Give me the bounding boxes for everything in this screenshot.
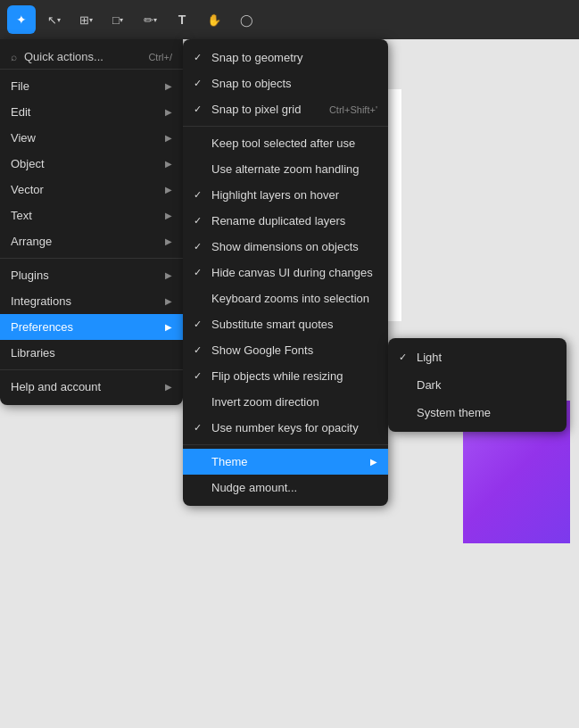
- text-icon: T: [178, 12, 186, 27]
- menu-item-integrations[interactable]: Integrations ▶: [0, 288, 183, 314]
- pref-theme[interactable]: Theme ▶: [183, 449, 388, 475]
- hand-icon: ✋: [207, 13, 221, 27]
- theme-dark[interactable]: Dark: [388, 371, 567, 399]
- prefs-separator-1: [183, 126, 388, 127]
- pref-snap-pixel[interactable]: ✓ Snap to pixel grid Ctrl+Shift+': [183, 96, 388, 122]
- chevron-down-icon: ▾: [57, 16, 61, 24]
- check-icon: ✓: [194, 103, 202, 115]
- pref-highlight-layers[interactable]: ✓ Highlight layers on hover: [183, 182, 388, 208]
- menu-item-view[interactable]: View ▶: [0, 125, 183, 151]
- quick-actions-label: Quick actions...: [24, 50, 141, 63]
- theme-system[interactable]: System theme: [388, 399, 567, 426]
- pref-hide-canvas-ui[interactable]: ✓ Hide canvas UI during changes: [183, 260, 388, 285]
- menu-item-libraries[interactable]: Libraries: [0, 340, 183, 366]
- pref-keyboard-zoom[interactable]: Keyboard zooms into selection: [183, 285, 388, 311]
- pen-icon: ✏: [144, 13, 153, 27]
- select-tool-button[interactable]: ↖ ▾: [39, 5, 68, 34]
- text-tool-button[interactable]: T: [168, 5, 196, 34]
- pref-invert-zoom[interactable]: Invert zoom direction: [183, 389, 388, 415]
- menu-item-help[interactable]: Help and account ▶: [0, 374, 183, 400]
- menu-item-text[interactable]: Text ▶: [0, 203, 183, 228]
- arrow-icon: ▶: [165, 296, 172, 306]
- prefs-separator-2: [183, 444, 388, 445]
- check-icon: ✓: [194, 267, 202, 278]
- menu-item-preferences[interactable]: Preferences ▶: [0, 314, 183, 340]
- search-icon: ⌕: [11, 51, 17, 63]
- check-icon: ✓: [194, 78, 202, 89]
- arrow-icon: ▶: [165, 236, 172, 246]
- toolbar: ✦ ↖ ▾ ⊞ ▾ □ ▾ ✏ ▾ T ✋ ◯: [0, 0, 579, 39]
- arrow-icon: ▶: [165, 185, 172, 194]
- arrow-icon: ▶: [165, 322, 172, 332]
- pen-tool-button[interactable]: ✏ ▾: [136, 5, 164, 34]
- chevron-down-icon: ▾: [153, 16, 157, 24]
- quick-actions-row[interactable]: ⌕ Quick actions... Ctrl+/: [0, 45, 183, 70]
- check-icon: ✓: [194, 318, 202, 330]
- pref-show-dimensions[interactable]: ✓ Show dimensions on objects: [183, 234, 388, 260]
- check-icon: ✓: [194, 189, 202, 201]
- chevron-down-icon: ▾: [89, 16, 93, 24]
- theme-submenu: ✓ Light Dark System theme: [388, 338, 567, 432]
- pref-nudge-amount[interactable]: Nudge amount...: [183, 475, 388, 500]
- arrow-icon: ▶: [165, 270, 172, 280]
- menu-item-file[interactable]: File ▶: [0, 73, 183, 99]
- comment-icon: ◯: [240, 13, 253, 27]
- arrow-icon: ▶: [165, 133, 172, 143]
- pref-keep-tool[interactable]: Keep tool selected after use: [183, 130, 388, 156]
- shape-tool-button[interactable]: □ ▾: [103, 5, 132, 34]
- pref-rename-layers[interactable]: ✓ Rename duplicated layers: [183, 208, 388, 234]
- chevron-down-icon: ▾: [120, 16, 123, 24]
- hand-tool-button[interactable]: ✋: [200, 5, 228, 34]
- menu-item-edit[interactable]: Edit ▶: [0, 99, 183, 125]
- arrow-icon: ▶: [165, 382, 172, 392]
- arrow-icon: ▶: [165, 159, 172, 169]
- logo-icon: ✦: [16, 12, 27, 27]
- frame-tool-button[interactable]: ⊞ ▾: [71, 5, 100, 34]
- check-icon: ✓: [194, 215, 202, 227]
- frame-icon: ⊞: [79, 13, 89, 27]
- pref-number-keys[interactable]: ✓ Use number keys for opacity: [183, 415, 388, 441]
- cursor-icon: ↖: [47, 13, 57, 27]
- pref-smart-quotes[interactable]: ✓ Substitute smart quotes: [183, 311, 388, 337]
- arrow-icon: ▶: [165, 81, 172, 91]
- menu-item-object[interactable]: Object ▶: [0, 151, 183, 177]
- pref-flip-objects[interactable]: ✓ Flip objects while resizing: [183, 363, 388, 389]
- pref-snap-objects[interactable]: ✓ Snap to objects: [183, 70, 388, 96]
- shape-icon: □: [112, 13, 120, 27]
- check-icon: ✓: [194, 52, 202, 63]
- arrow-icon: ▶: [370, 457, 377, 467]
- check-icon: ✓: [194, 422, 202, 434]
- menu-separator-1: [0, 258, 183, 259]
- check-icon: ✓: [399, 352, 407, 363]
- main-menu: ⌕ Quick actions... Ctrl+/ File ▶ Edit ▶ …: [0, 39, 183, 405]
- theme-light[interactable]: ✓ Light: [388, 343, 567, 371]
- pref-google-fonts[interactable]: ✓ Show Google Fonts: [183, 337, 388, 363]
- menu-item-vector[interactable]: Vector ▶: [0, 177, 183, 203]
- check-icon: ✓: [194, 241, 202, 252]
- preferences-submenu: ✓ Snap to geometry ✓ Snap to objects ✓ S…: [183, 39, 388, 506]
- logo-button[interactable]: ✦: [7, 5, 36, 34]
- arrow-icon: ▶: [165, 107, 172, 117]
- check-icon: ✓: [194, 370, 202, 382]
- comment-tool-button[interactable]: ◯: [232, 5, 261, 34]
- menu-item-plugins[interactable]: Plugins ▶: [0, 262, 183, 288]
- check-icon: ✓: [194, 344, 202, 356]
- arrow-icon: ▶: [165, 211, 172, 220]
- pref-alt-zoom[interactable]: Use alternate zoom handling: [183, 156, 388, 182]
- quick-actions-shortcut: Ctrl+/: [148, 52, 172, 62]
- menu-item-arrange[interactable]: Arrange ▶: [0, 228, 183, 254]
- pref-snap-geometry[interactable]: ✓ Snap to geometry: [183, 45, 388, 70]
- menu-separator-2: [0, 369, 183, 370]
